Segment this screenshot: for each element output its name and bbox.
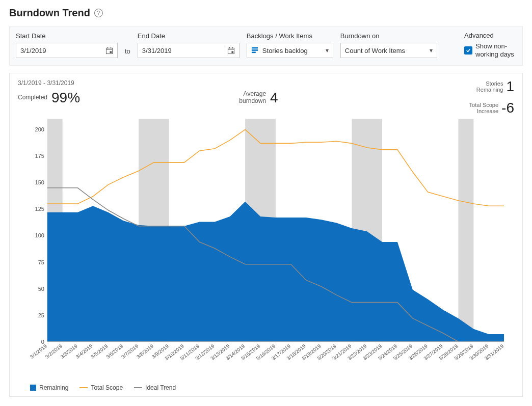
- svg-rect-11: [252, 49, 258, 51]
- scope-label-2: Increase: [477, 108, 498, 114]
- svg-text:200: 200: [35, 126, 44, 132]
- svg-rect-9: [231, 51, 233, 53]
- show-nonworking-label: Show non-working days: [475, 42, 516, 58]
- avg-burndown-label: Average burndown: [238, 91, 266, 105]
- legend-remaining: Remaining: [39, 384, 68, 391]
- burndown-on-value: Count of Work Items: [345, 47, 405, 55]
- calendar-icon: [105, 47, 113, 55]
- svg-text:50: 50: [38, 286, 44, 292]
- completed-value: 99%: [51, 90, 80, 106]
- stories-label-1: Stories: [486, 80, 503, 87]
- legend-swatch-scope: [79, 387, 88, 388]
- svg-rect-3: [111, 47, 111, 48]
- start-date-value: 3/1/2019: [20, 47, 46, 55]
- svg-rect-7: [229, 47, 230, 48]
- svg-text:175: 175: [35, 153, 44, 159]
- scope-label-1: Total Scope: [469, 102, 498, 108]
- legend-swatch-remaining: [30, 385, 36, 391]
- start-date-input[interactable]: 3/1/2019: [16, 43, 118, 58]
- to-label: to: [125, 47, 130, 58]
- date-range-label: 3/1/2019 - 3/31/2019: [18, 79, 514, 87]
- burndown-chart: 02550751001251501752003/1/20193/2/20193/…: [28, 115, 509, 360]
- svg-rect-17: [458, 119, 473, 342]
- chart-panel: 3/1/2019 - 3/31/2019 Stories Remaining 1…: [9, 73, 523, 397]
- advanced-label: Advanced: [464, 32, 516, 39]
- avg-burndown-value: 4: [270, 90, 278, 106]
- svg-rect-10: [252, 47, 258, 48]
- svg-rect-4: [110, 51, 112, 53]
- stories-remaining-value: 1: [506, 78, 514, 95]
- completed-label: Completed: [18, 94, 47, 101]
- svg-rect-8: [232, 47, 233, 48]
- backlogs-value: Stories backlog: [262, 47, 308, 55]
- page-title: Burndown Trend: [9, 7, 90, 19]
- burndown-on-select[interactable]: Count of Work Items ▾: [340, 43, 437, 58]
- burndown-on-label: Burndown on: [340, 32, 437, 40]
- help-icon[interactable]: ?: [94, 9, 103, 17]
- svg-text:100: 100: [35, 233, 44, 239]
- legend-ideal: Ideal Trend: [145, 384, 176, 391]
- svg-text:125: 125: [35, 206, 44, 212]
- end-date-value: 3/31/2019: [142, 47, 172, 55]
- calendar-icon: [227, 47, 235, 55]
- stories-label-2: Remaining: [476, 87, 503, 93]
- backlogs-select[interactable]: Stories backlog ▾: [247, 43, 333, 58]
- svg-text:25: 25: [38, 312, 44, 318]
- start-date-label: Start Date: [16, 32, 118, 40]
- filter-bar: Start Date 3/1/2019 to End Date 3/31/201…: [9, 26, 523, 66]
- svg-rect-2: [108, 47, 108, 48]
- stories-icon: [251, 46, 258, 55]
- svg-rect-12: [252, 51, 256, 53]
- svg-text:150: 150: [35, 180, 44, 186]
- legend-scope: Total Scope: [91, 384, 123, 391]
- chevron-down-icon: ▾: [326, 47, 329, 54]
- backlogs-label: Backlogs / Work Items: [247, 32, 333, 40]
- end-date-label: End Date: [138, 32, 240, 40]
- chart-legend: Remaining Total Scope Ideal Trend: [30, 384, 514, 391]
- legend-swatch-ideal: [134, 387, 142, 388]
- svg-text:75: 75: [38, 259, 44, 265]
- show-nonworking-checkbox[interactable]: [464, 46, 472, 55]
- end-date-input[interactable]: 3/31/2019: [138, 43, 240, 58]
- chevron-down-icon: ▾: [430, 47, 433, 54]
- scope-increase-value: -6: [501, 100, 514, 116]
